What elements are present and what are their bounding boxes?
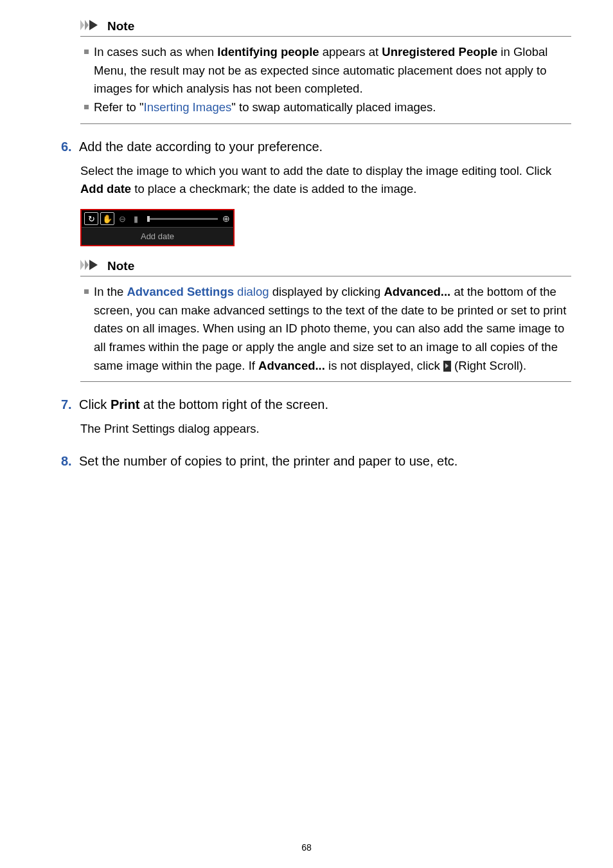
text: to place a checkmark; the date is added … [131, 182, 416, 195]
page-content: Note In cases such as when Identifying p… [0, 0, 613, 469]
text-bold: Identifying people [217, 45, 319, 59]
text: Refer to " [94, 100, 144, 114]
image-edit-toolbar-figure: ↻ ✋ ⊖ ▮ ⊕ Add date [80, 209, 235, 246]
add-date-row: Add date [82, 227, 233, 245]
note-footer-rule [80, 381, 571, 382]
text-bold: Advanced... [258, 359, 325, 372]
note-block-1: Note In cases such as when Identifying p… [42, 19, 571, 124]
step-number: 8. [61, 454, 79, 469]
slider-knob [147, 216, 150, 222]
bullet-icon [84, 105, 89, 109]
bullet-text: In the Advanced Settings dialog displaye… [94, 283, 571, 375]
note-title: Note [107, 19, 134, 33]
text: appears at [319, 45, 382, 59]
text: Select the image to which you want to ad… [80, 164, 551, 177]
text-bold: Add date [80, 182, 131, 195]
text: (Right Scroll). [451, 359, 526, 372]
plus-icon: ⊕ [222, 213, 231, 224]
minus-icon: ⊖ [116, 214, 128, 224]
page-number: 68 [0, 842, 613, 853]
svg-marker-0 [80, 20, 84, 30]
svg-marker-2 [89, 20, 98, 30]
link-inserting-images[interactable]: Inserting Images [144, 100, 232, 114]
svg-marker-5 [89, 260, 98, 270]
step-number: 7. [61, 397, 79, 412]
toolbar-figure-wrap: ↻ ✋ ⊖ ▮ ⊕ Add date [42, 209, 571, 246]
step-title: Add the date according to your preferenc… [79, 140, 323, 154]
text: " to swap automatically placed images. [231, 100, 436, 114]
note-bullets: In the Advanced Settings dialog displaye… [80, 283, 571, 375]
text: Click [79, 397, 111, 411]
text: In the [94, 285, 127, 298]
note-bullet: In the Advanced Settings dialog displaye… [84, 283, 571, 375]
svg-marker-1 [85, 20, 89, 30]
note-arrows-icon [80, 260, 102, 273]
text: displayed by clicking [269, 285, 384, 298]
hand-icon: ✋ [100, 212, 114, 225]
add-date-label: Add date [141, 231, 174, 241]
step-6-body: Select the image to which you want to ad… [42, 162, 571, 199]
step-7-body: The Print Settings dialog appears. [42, 420, 571, 439]
zoom-slider [147, 218, 218, 220]
step-number: 6. [61, 140, 79, 154]
link-advanced-settings-dialog[interactable]: dialog [234, 285, 269, 298]
text: is not displayed, click [325, 359, 443, 372]
bullet-icon [84, 50, 89, 54]
link-advanced-settings[interactable]: Advanced Settings [127, 285, 234, 298]
text-bold: Print [111, 397, 140, 411]
note-footer-rule [80, 123, 571, 124]
step-title: Click Print at the bottom right of the s… [79, 397, 328, 412]
note-arrows-icon [80, 20, 102, 33]
toolbar-top-row: ↻ ✋ ⊖ ▮ ⊕ [82, 210, 233, 227]
svg-marker-4 [85, 260, 89, 270]
note-title: Note [107, 259, 134, 273]
step-title: Set the number of copies to print, the p… [79, 454, 458, 469]
note-header: Note [80, 259, 571, 276]
note-bullet-2: Refer to "Inserting Images" to swap auto… [84, 98, 571, 117]
text: In cases such as when [94, 45, 217, 59]
bullet-icon [84, 289, 89, 294]
bullet-text: In cases such as when Identifying people… [94, 43, 571, 98]
note-block-2: Note In the Advanced Settings dialog dis… [42, 259, 571, 382]
right-scroll-icon [443, 361, 451, 372]
step-8: 8. Set the number of copies to print, th… [42, 454, 571, 469]
lock-icon: ▮ [130, 214, 141, 224]
step-7: 7. Click Print at the bottom right of th… [42, 397, 571, 412]
text-bold: Advanced... [384, 285, 450, 298]
text-bold: Unregistered People [382, 45, 497, 59]
rotate-icon: ↻ [84, 212, 98, 225]
note-header: Note [80, 19, 571, 37]
note-bullets: In cases such as when Identifying people… [80, 43, 571, 117]
step-6: 6. Add the date according to your prefer… [42, 140, 571, 154]
text: at the bottom right of the screen. [139, 397, 328, 411]
note-bullet-1: In cases such as when Identifying people… [84, 43, 571, 98]
bullet-text: Refer to "Inserting Images" to swap auto… [94, 98, 571, 117]
svg-marker-3 [80, 260, 84, 270]
